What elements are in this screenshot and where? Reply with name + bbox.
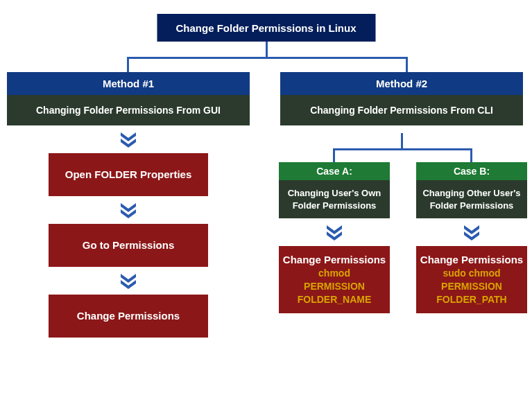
method1-header: Method #1 <box>7 72 250 95</box>
connector <box>406 57 408 72</box>
command-line: FOLDER_NAME <box>298 293 372 306</box>
method1-column: Method #1 Changing Folder Permissions Fr… <box>7 72 250 338</box>
case-b-column: Case B: Changing Other User's Folder Per… <box>416 162 527 313</box>
chevrons-down-icon <box>119 131 137 148</box>
case-a-column: Case A: Changing User's Own Folder Permi… <box>279 162 390 313</box>
step-label: Open FOLDER Properties <box>65 168 192 182</box>
command-line: PERMISSION <box>441 280 502 293</box>
case-a-header: Case A: <box>279 162 390 180</box>
connector <box>266 42 268 57</box>
method1-step-3: Change Permissions <box>49 295 208 338</box>
step-label: Change Permissions <box>77 309 180 323</box>
chevrons-down-icon <box>119 272 137 289</box>
case-a-step: Change Permissions chmod PERMISSION FOLD… <box>279 246 390 313</box>
method1-step-2: Go to Permissions <box>49 224 208 267</box>
chevrons-down-icon <box>463 224 481 241</box>
connector <box>470 148 472 162</box>
case-b-step: Change Permissions sudo chmod PERMISSION… <box>416 246 527 313</box>
command-line: FOLDER_PATH <box>436 293 506 306</box>
step-label: Go to Permissions <box>83 238 175 252</box>
method1-subtitle: Changing Folder Permissions From GUI <box>7 95 250 125</box>
connector <box>401 133 403 148</box>
method2-column: Method #2 Changing Folder Permissions Fr… <box>280 72 523 125</box>
diagram-title: Change Folder Permissions in Linux <box>157 14 375 42</box>
chevrons-down-icon <box>119 202 137 218</box>
method1-step-1: Open FOLDER Properties <box>49 153 208 196</box>
connector <box>127 57 406 59</box>
method2-subtitle: Changing Folder Permissions From CLI <box>280 95 523 125</box>
command-line: PERMISSION <box>304 280 365 293</box>
command-line: sudo chmod <box>443 267 500 280</box>
chevrons-down-icon <box>325 224 343 241</box>
step-label: Change Permissions <box>283 253 386 267</box>
case-b-header: Case B: <box>416 162 527 180</box>
connector <box>333 148 472 150</box>
connector <box>127 57 129 72</box>
command-line: chmod <box>318 267 350 280</box>
case-a-subtitle: Changing User's Own Folder Permissions <box>279 180 390 218</box>
connector <box>333 148 335 162</box>
method2-header: Method #2 <box>280 72 523 95</box>
step-label: Change Permissions <box>420 253 523 267</box>
case-b-subtitle: Changing Other User's Folder Permissions <box>416 180 527 218</box>
